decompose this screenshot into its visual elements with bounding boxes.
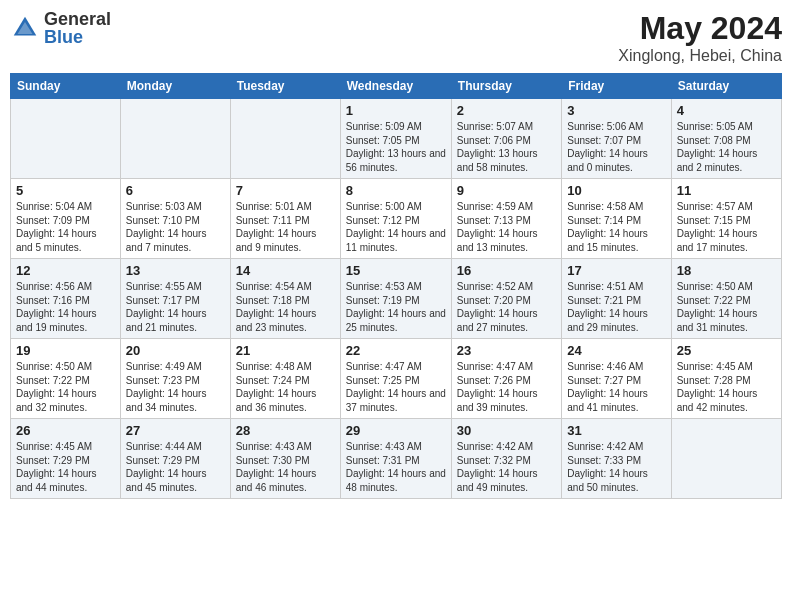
calendar-cell: 15Sunrise: 4:53 AM Sunset: 7:19 PM Dayli… [340,259,451,339]
calendar-cell: 12Sunrise: 4:56 AM Sunset: 7:16 PM Dayli… [11,259,121,339]
calendar-cell: 1Sunrise: 5:09 AM Sunset: 7:05 PM Daylig… [340,99,451,179]
calendar-cell: 4Sunrise: 5:05 AM Sunset: 7:08 PM Daylig… [671,99,781,179]
title-block: May 2024 Xinglong, Hebei, China [618,10,782,65]
month-title: May 2024 [618,10,782,47]
calendar-cell [671,419,781,499]
calendar-cell: 23Sunrise: 4:47 AM Sunset: 7:26 PM Dayli… [451,339,561,419]
calendar-cell: 18Sunrise: 4:50 AM Sunset: 7:22 PM Dayli… [671,259,781,339]
day-number: 16 [457,263,556,278]
day-number: 25 [677,343,776,358]
calendar-cell: 29Sunrise: 4:43 AM Sunset: 7:31 PM Dayli… [340,419,451,499]
weekday-header-tuesday: Tuesday [230,74,340,99]
day-info: Sunrise: 5:09 AM Sunset: 7:05 PM Dayligh… [346,120,446,174]
calendar-cell: 22Sunrise: 4:47 AM Sunset: 7:25 PM Dayli… [340,339,451,419]
calendar-cell: 3Sunrise: 5:06 AM Sunset: 7:07 PM Daylig… [562,99,671,179]
weekday-header-sunday: Sunday [11,74,121,99]
day-info: Sunrise: 5:03 AM Sunset: 7:10 PM Dayligh… [126,200,225,254]
calendar-cell: 16Sunrise: 4:52 AM Sunset: 7:20 PM Dayli… [451,259,561,339]
day-number: 29 [346,423,446,438]
day-info: Sunrise: 4:43 AM Sunset: 7:31 PM Dayligh… [346,440,446,494]
location: Xinglong, Hebei, China [618,47,782,65]
day-info: Sunrise: 4:51 AM Sunset: 7:21 PM Dayligh… [567,280,665,334]
day-info: Sunrise: 5:05 AM Sunset: 7:08 PM Dayligh… [677,120,776,174]
day-number: 18 [677,263,776,278]
day-info: Sunrise: 4:44 AM Sunset: 7:29 PM Dayligh… [126,440,225,494]
calendar-cell [120,99,230,179]
calendar-cell [230,99,340,179]
day-number: 19 [16,343,115,358]
calendar-cell: 17Sunrise: 4:51 AM Sunset: 7:21 PM Dayli… [562,259,671,339]
calendar-cell: 6Sunrise: 5:03 AM Sunset: 7:10 PM Daylig… [120,179,230,259]
day-info: Sunrise: 4:59 AM Sunset: 7:13 PM Dayligh… [457,200,556,254]
calendar-week-1: 1Sunrise: 5:09 AM Sunset: 7:05 PM Daylig… [11,99,782,179]
day-info: Sunrise: 4:57 AM Sunset: 7:15 PM Dayligh… [677,200,776,254]
calendar-cell: 20Sunrise: 4:49 AM Sunset: 7:23 PM Dayli… [120,339,230,419]
calendar-week-3: 12Sunrise: 4:56 AM Sunset: 7:16 PM Dayli… [11,259,782,339]
weekday-header-monday: Monday [120,74,230,99]
logo-text: General Blue [44,10,111,46]
day-number: 6 [126,183,225,198]
day-number: 21 [236,343,335,358]
day-info: Sunrise: 5:01 AM Sunset: 7:11 PM Dayligh… [236,200,335,254]
day-info: Sunrise: 4:47 AM Sunset: 7:26 PM Dayligh… [457,360,556,414]
day-info: Sunrise: 4:49 AM Sunset: 7:23 PM Dayligh… [126,360,225,414]
day-info: Sunrise: 5:07 AM Sunset: 7:06 PM Dayligh… [457,120,556,174]
day-number: 30 [457,423,556,438]
weekday-header-row: SundayMondayTuesdayWednesdayThursdayFrid… [11,74,782,99]
calendar-cell: 21Sunrise: 4:48 AM Sunset: 7:24 PM Dayli… [230,339,340,419]
calendar-cell: 13Sunrise: 4:55 AM Sunset: 7:17 PM Dayli… [120,259,230,339]
calendar-cell: 9Sunrise: 4:59 AM Sunset: 7:13 PM Daylig… [451,179,561,259]
day-number: 7 [236,183,335,198]
day-number: 24 [567,343,665,358]
day-info: Sunrise: 4:52 AM Sunset: 7:20 PM Dayligh… [457,280,556,334]
logo-icon [10,13,40,43]
day-info: Sunrise: 4:53 AM Sunset: 7:19 PM Dayligh… [346,280,446,334]
calendar-table: SundayMondayTuesdayWednesdayThursdayFrid… [10,73,782,499]
day-number: 5 [16,183,115,198]
day-info: Sunrise: 4:56 AM Sunset: 7:16 PM Dayligh… [16,280,115,334]
weekday-header-friday: Friday [562,74,671,99]
day-number: 10 [567,183,665,198]
calendar-week-5: 26Sunrise: 4:45 AM Sunset: 7:29 PM Dayli… [11,419,782,499]
day-number: 2 [457,103,556,118]
calendar-cell: 2Sunrise: 5:07 AM Sunset: 7:06 PM Daylig… [451,99,561,179]
day-info: Sunrise: 4:42 AM Sunset: 7:33 PM Dayligh… [567,440,665,494]
day-number: 11 [677,183,776,198]
day-info: Sunrise: 4:42 AM Sunset: 7:32 PM Dayligh… [457,440,556,494]
day-info: Sunrise: 4:45 AM Sunset: 7:29 PM Dayligh… [16,440,115,494]
calendar-week-2: 5Sunrise: 5:04 AM Sunset: 7:09 PM Daylig… [11,179,782,259]
calendar-cell: 10Sunrise: 4:58 AM Sunset: 7:14 PM Dayli… [562,179,671,259]
day-number: 3 [567,103,665,118]
calendar-cell: 24Sunrise: 4:46 AM Sunset: 7:27 PM Dayli… [562,339,671,419]
weekday-header-thursday: Thursday [451,74,561,99]
day-info: Sunrise: 5:00 AM Sunset: 7:12 PM Dayligh… [346,200,446,254]
calendar-cell: 5Sunrise: 5:04 AM Sunset: 7:09 PM Daylig… [11,179,121,259]
calendar-cell: 30Sunrise: 4:42 AM Sunset: 7:32 PM Dayli… [451,419,561,499]
day-number: 15 [346,263,446,278]
day-info: Sunrise: 4:48 AM Sunset: 7:24 PM Dayligh… [236,360,335,414]
logo: General Blue [10,10,111,46]
day-number: 8 [346,183,446,198]
calendar-cell: 8Sunrise: 5:00 AM Sunset: 7:12 PM Daylig… [340,179,451,259]
day-number: 20 [126,343,225,358]
day-number: 23 [457,343,556,358]
calendar-cell: 14Sunrise: 4:54 AM Sunset: 7:18 PM Dayli… [230,259,340,339]
day-info: Sunrise: 4:45 AM Sunset: 7:28 PM Dayligh… [677,360,776,414]
day-number: 12 [16,263,115,278]
day-number: 4 [677,103,776,118]
day-number: 26 [16,423,115,438]
calendar-cell: 19Sunrise: 4:50 AM Sunset: 7:22 PM Dayli… [11,339,121,419]
day-info: Sunrise: 4:54 AM Sunset: 7:18 PM Dayligh… [236,280,335,334]
day-number: 22 [346,343,446,358]
day-number: 14 [236,263,335,278]
day-info: Sunrise: 4:50 AM Sunset: 7:22 PM Dayligh… [16,360,115,414]
day-info: Sunrise: 4:43 AM Sunset: 7:30 PM Dayligh… [236,440,335,494]
day-number: 13 [126,263,225,278]
day-info: Sunrise: 4:58 AM Sunset: 7:14 PM Dayligh… [567,200,665,254]
day-info: Sunrise: 5:04 AM Sunset: 7:09 PM Dayligh… [16,200,115,254]
page-header: General Blue May 2024 Xinglong, Hebei, C… [10,10,782,65]
weekday-header-saturday: Saturday [671,74,781,99]
calendar-cell: 25Sunrise: 4:45 AM Sunset: 7:28 PM Dayli… [671,339,781,419]
day-number: 1 [346,103,446,118]
day-number: 28 [236,423,335,438]
